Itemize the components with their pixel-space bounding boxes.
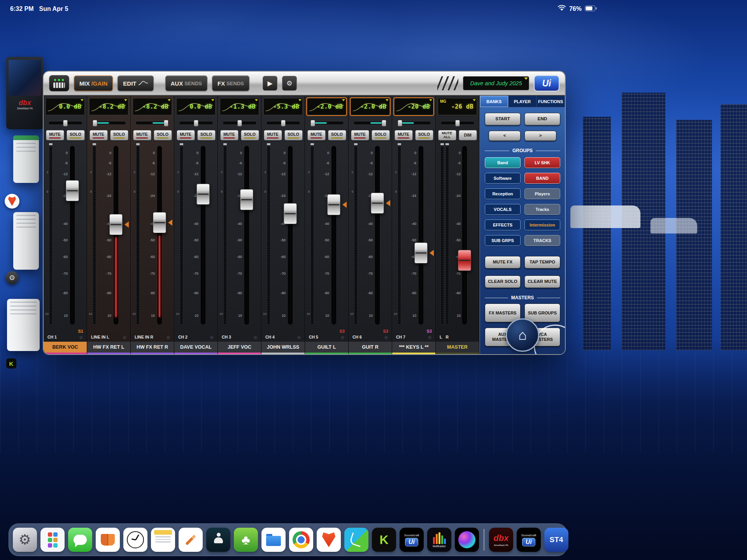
- show-name-display[interactable]: Dave and Judy 2025: [463, 76, 529, 90]
- channel-name-label[interactable]: HW FX RET L: [87, 342, 130, 354]
- pan-slider[interactable]: [135, 121, 170, 125]
- fader-handle[interactable]: [371, 193, 384, 214]
- channel-db-display[interactable]: -2.0 dB: [307, 98, 346, 115]
- channel-db-display[interactable]: -20 dB: [394, 98, 433, 115]
- channel-name-label[interactable]: JEFF VOC: [218, 342, 261, 354]
- channel-name-label[interactable]: HW FX RET R: [131, 342, 174, 354]
- home-button[interactable]: ⌂: [506, 318, 539, 352]
- channel-db-display[interactable]: -8.2 dB: [133, 98, 172, 115]
- mute-fx-button[interactable]: MUTE FX: [485, 256, 521, 269]
- dock-olive-tree-icon[interactable]: ♣: [234, 528, 258, 552]
- group-button-players[interactable]: Players: [524, 188, 560, 199]
- channel-view-button[interactable]: [49, 75, 69, 91]
- settings-button[interactable]: ⚙: [282, 76, 297, 91]
- group-button-lv-shk[interactable]: LV SHK: [524, 157, 560, 168]
- dock-boating-map-icon[interactable]: [344, 528, 368, 552]
- pan-slider[interactable]: [92, 121, 126, 125]
- dock-soundcraft-ui-2-icon[interactable]: SoundcraftUi: [517, 528, 541, 552]
- dock-notes-icon[interactable]: [151, 528, 175, 552]
- group-button-effects[interactable]: EFFECTS: [485, 219, 521, 230]
- tab-functions[interactable]: FUNCTIONS: [537, 96, 565, 107]
- pan-slider[interactable]: [266, 121, 300, 125]
- group-button-sub-grps[interactable]: SUB GRPS: [485, 235, 521, 246]
- channel-name-label[interactable]: *** KEYS L **: [392, 342, 435, 354]
- clear-mute-button[interactable]: CLEAR MUTE: [524, 276, 560, 288]
- end-button[interactable]: END: [524, 113, 560, 125]
- fader-handle[interactable]: [153, 212, 166, 233]
- mute-button[interactable]: MUTE: [264, 130, 282, 140]
- fader-track[interactable]: [157, 146, 162, 325]
- fader-handle[interactable]: [109, 214, 123, 235]
- channel-settings-icon[interactable]: ◎: [167, 335, 170, 339]
- channel-settings-icon[interactable]: ◎: [428, 335, 431, 339]
- group-button-vocals[interactable]: VOCALS: [485, 204, 521, 215]
- channel-db-display[interactable]: -2.0 dB: [351, 98, 390, 115]
- pan-slider[interactable]: [48, 121, 82, 125]
- channel-settings-icon[interactable]: ◎: [297, 335, 301, 339]
- group-button-tracks[interactable]: Tracks: [524, 204, 560, 215]
- dock-books-icon[interactable]: [96, 528, 120, 552]
- fader-track[interactable]: [375, 146, 380, 325]
- sub-groups-button[interactable]: SUB GROUPS: [524, 304, 560, 322]
- fader-handle[interactable]: [414, 242, 428, 263]
- next-bank-button[interactable]: >: [524, 131, 556, 141]
- mute-button[interactable]: MUTE: [395, 130, 413, 140]
- brave-icon[interactable]: [5, 194, 19, 209]
- mix-gain-button[interactable]: MIX/GAIN: [74, 75, 113, 91]
- master-fader-track[interactable]: [462, 146, 467, 325]
- master-balance-slider[interactable]: [440, 121, 475, 125]
- fader-track[interactable]: [288, 146, 293, 325]
- master-db-display[interactable]: MG-26 dB: [438, 98, 477, 115]
- channel-db-display[interactable]: 0.0 dB: [46, 98, 85, 115]
- channel-name-label[interactable]: DAVE VOCAL: [174, 342, 217, 354]
- group-button-tracks[interactable]: TRACKS: [524, 235, 560, 246]
- channel-settings-icon[interactable]: ◎: [384, 335, 388, 339]
- dock-app-library-icon[interactable]: [40, 528, 65, 552]
- pan-slider[interactable]: [397, 121, 431, 125]
- mute-button[interactable]: MUTE: [89, 130, 108, 140]
- pan-slider[interactable]: [179, 121, 213, 125]
- solo-button[interactable]: SOLO: [154, 130, 172, 140]
- ui-logo[interactable]: Ui: [534, 75, 559, 91]
- fx-sends-button[interactable]: FXSENDS: [212, 75, 249, 91]
- prev-bank-button[interactable]: <: [489, 131, 521, 141]
- fader-track[interactable]: [70, 146, 75, 325]
- solo-button[interactable]: SOLO: [328, 130, 346, 140]
- app-switcher-window-1[interactable]: dbx DriveRack PA: [6, 57, 44, 129]
- solo-button[interactable]: SOLO: [197, 130, 216, 140]
- channel-db-display[interactable]: -5.3 dB: [263, 98, 303, 115]
- pan-slider[interactable]: [353, 121, 388, 125]
- solo-button[interactable]: SOLO: [284, 130, 303, 140]
- dock-dbx-driverack-icon[interactable]: dbxDriveRack PA: [489, 528, 513, 552]
- group-button-reception[interactable]: Reception: [485, 188, 521, 199]
- mute-button[interactable]: MUTE: [307, 130, 326, 140]
- master-name-label[interactable]: MASTER: [436, 342, 479, 354]
- dock-st4-icon[interactable]: ST4: [544, 528, 568, 552]
- group-button-band[interactable]: BAND: [524, 173, 560, 184]
- fader-track[interactable]: [201, 146, 205, 325]
- channel-name-label[interactable]: JOHN WRLSS: [261, 342, 305, 354]
- channel-db-display[interactable]: 0.0 dB: [176, 98, 216, 115]
- channel-settings-icon[interactable]: ◎: [341, 335, 344, 339]
- tab-player[interactable]: PLAYER: [509, 96, 537, 107]
- fader-track[interactable]: [244, 146, 249, 325]
- group-button-software[interactable]: Software: [485, 173, 521, 184]
- channel-name-label[interactable]: BERK VOC: [44, 342, 87, 354]
- group-button-band[interactable]: Band: [485, 157, 521, 168]
- settings-gear-icon[interactable]: ⚙: [5, 271, 19, 284]
- fx-masters-button[interactable]: FX MASTERS: [485, 304, 521, 322]
- dock-files-icon[interactable]: [261, 528, 286, 552]
- solo-button[interactable]: SOLO: [415, 130, 433, 140]
- fader-handle[interactable]: [196, 184, 210, 205]
- channel-settings-icon[interactable]: ◎: [123, 335, 126, 339]
- dock-soundcraft-ui-icon[interactable]: SoundcraftUi: [400, 528, 424, 552]
- dock-kindle-icon[interactable]: [206, 528, 230, 552]
- dock-settings-icon[interactable]: ⚙: [13, 528, 37, 552]
- channel-db-display[interactable]: -8.2 dB: [89, 98, 128, 115]
- channel-settings-icon[interactable]: ◎: [254, 335, 257, 339]
- fader-track[interactable]: [331, 146, 336, 325]
- start-button[interactable]: START: [485, 113, 521, 125]
- dock-messages-icon[interactable]: [68, 528, 92, 552]
- mute-button[interactable]: MUTE: [133, 130, 151, 140]
- fader-handle[interactable]: [327, 194, 340, 215]
